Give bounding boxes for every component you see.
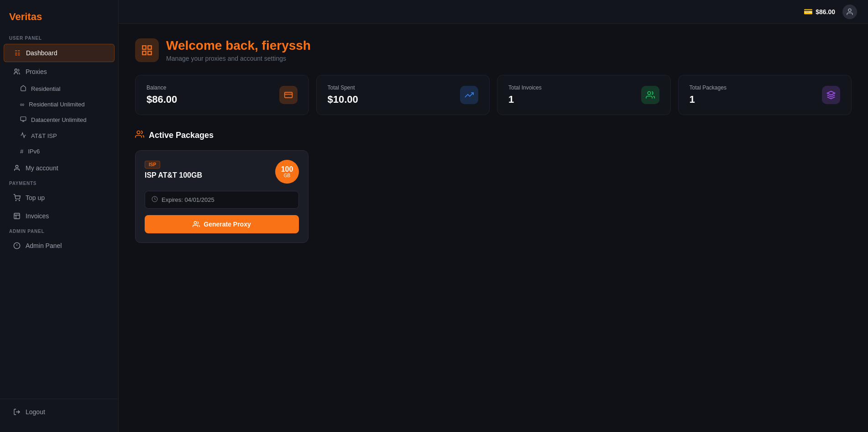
generate-proxy-button[interactable]: Generate Proxy xyxy=(145,215,299,233)
sidebar-item-residential-unlimited[interactable]: ∞ Residential Unlimited xyxy=(4,97,115,111)
svg-rect-1 xyxy=(21,117,26,121)
package-expiry: Expires: 04/01/2025 xyxy=(145,191,299,209)
svg-rect-8 xyxy=(142,46,146,49)
proxies-icon xyxy=(13,68,21,76)
stat-packages: Total Packages 1 xyxy=(678,75,852,115)
stat-invoices-icon xyxy=(641,86,659,104)
sidebar-item-proxies-label: Proxies xyxy=(26,68,47,75)
welcome-username: fieryssh xyxy=(262,38,311,53)
sidebar-item-admin-label: Admin Panel xyxy=(26,242,62,249)
stat-spent: Total Spent $10.00 xyxy=(316,75,490,115)
residential-unlimited-icon: ∞ xyxy=(20,101,24,108)
sidebar-item-datacenter-unlimited[interactable]: Datacenter Unlimited xyxy=(4,112,115,127)
package-name: ISP AT&T 100GB xyxy=(145,171,202,179)
sidebar-item-att-isp[interactable]: AT&T ISP xyxy=(4,128,115,143)
stats-row: Balance $86.00 Total Spent $10.00 xyxy=(135,75,852,115)
svg-point-4 xyxy=(19,200,20,200)
topup-icon xyxy=(13,194,21,202)
sidebar-item-ipv6-label: IPv6 xyxy=(28,148,40,155)
sidebar-item-invoices-label: Invoices xyxy=(26,212,49,220)
stat-packages-icon xyxy=(822,86,840,104)
stat-balance-icon xyxy=(279,86,298,104)
sidebar-item-residential-label: Residential xyxy=(31,85,60,92)
svg-rect-5 xyxy=(14,213,20,219)
package-info: ISP ISP AT&T 100GB xyxy=(145,160,202,179)
sidebar-item-dashboard-label: Dashboard xyxy=(26,49,58,57)
dashboard-icon: ☷ xyxy=(13,49,21,57)
stat-invoices-info: Total Invoices 1 xyxy=(508,84,542,105)
stat-invoices-label: Total Invoices xyxy=(508,84,542,91)
welcome-icon xyxy=(135,38,159,62)
sidebar-item-invoices[interactable]: Invoices xyxy=(4,207,115,225)
datacenter-icon xyxy=(20,116,26,124)
sidebar-item-top-up[interactable]: Top up xyxy=(4,189,115,206)
topbar-avatar[interactable] xyxy=(842,5,857,19)
sidebar-item-proxies[interactable]: Proxies xyxy=(4,63,115,80)
stat-balance-info: Balance $86.00 xyxy=(146,84,177,105)
stat-packages-info: Total Packages 1 xyxy=(690,84,727,105)
admin-panel-label: ADMIN PANEL xyxy=(0,225,118,237)
stat-balance: Balance $86.00 xyxy=(135,75,309,115)
user-panel-label: USER PANEL xyxy=(0,32,118,43)
app-logo: Veritas xyxy=(0,7,118,32)
topbar-wallet-icon: 💳 xyxy=(804,7,813,16)
logout-icon xyxy=(13,408,21,416)
svg-point-7 xyxy=(848,9,851,11)
stat-spent-info: Total Spent $10.00 xyxy=(328,84,358,105)
svg-point-3 xyxy=(16,200,16,200)
sidebar-item-account-label: My account xyxy=(26,164,58,172)
residential-icon xyxy=(20,85,26,93)
sidebar-bottom: Logout xyxy=(0,399,118,425)
stat-balance-value: $86.00 xyxy=(146,94,177,105)
main-content: Welcome back, fieryssh Manage your proxi… xyxy=(119,24,868,432)
svg-rect-9 xyxy=(148,46,152,49)
svg-point-15 xyxy=(137,131,140,134)
active-packages-header: Active Packages xyxy=(135,130,852,141)
welcome-title: Welcome back, fieryssh xyxy=(166,38,311,53)
account-icon xyxy=(13,164,21,172)
sidebar: Veritas USER PANEL ☷ Dashboard Proxies R… xyxy=(0,0,119,432)
stat-packages-value: 1 xyxy=(690,94,727,105)
sidebar-item-my-account[interactable]: My account xyxy=(4,159,115,177)
att-icon xyxy=(20,132,26,140)
sidebar-item-att-label: AT&T ISP xyxy=(31,132,57,139)
svg-rect-10 xyxy=(142,51,146,55)
stat-invoices-value: 1 xyxy=(508,94,542,105)
svg-rect-11 xyxy=(148,51,152,55)
sidebar-item-dashboard[interactable]: ☷ Dashboard xyxy=(4,44,115,62)
package-expiry-text: Expires: 04/01/2025 xyxy=(162,196,214,203)
stat-balance-label: Balance xyxy=(146,84,177,91)
payments-label: PAYMENTS xyxy=(0,177,118,189)
svg-rect-12 xyxy=(284,92,292,98)
package-badge: ISP xyxy=(145,161,160,169)
svg-point-17 xyxy=(194,221,197,224)
sidebar-item-admin[interactable]: Admin Panel xyxy=(4,237,115,254)
package-gb-label: GB xyxy=(284,173,290,178)
sidebar-item-datacenter-label: Datacenter Unlimited xyxy=(31,116,86,123)
welcome-subtitle: Manage your proxies and account settings xyxy=(166,55,311,62)
package-gb-badge: 100 GB xyxy=(275,160,299,184)
stat-spent-icon xyxy=(460,86,478,104)
stat-spent-value: $10.00 xyxy=(328,94,358,105)
topbar-balance: 💳 $86.00 xyxy=(804,7,835,16)
svg-point-2 xyxy=(16,165,18,168)
sidebar-item-res-unlimited-label: Residential Unlimited xyxy=(29,101,84,108)
sidebar-item-ipv6[interactable]: # IPv6 xyxy=(4,144,115,158)
active-packages-title: Active Packages xyxy=(149,131,214,140)
welcome-header: Welcome back, fieryssh Manage your proxi… xyxy=(135,38,852,62)
sidebar-item-residential[interactable]: Residential xyxy=(4,81,115,96)
package-card-top: ISP ISP AT&T 100GB 100 GB xyxy=(145,160,299,184)
main-area: 💳 $86.00 Welcome back, fieryssh Manage y… xyxy=(119,0,868,432)
sidebar-item-logout-label: Logout xyxy=(26,408,45,416)
topbar: 💳 $86.00 xyxy=(119,0,868,24)
packages-section-icon xyxy=(135,130,144,141)
sidebar-item-logout[interactable]: Logout xyxy=(4,403,115,421)
svg-point-0 xyxy=(15,69,17,71)
stat-spent-label: Total Spent xyxy=(328,84,358,91)
welcome-static: Welcome back, xyxy=(166,38,262,53)
topbar-balance-value: $86.00 xyxy=(816,8,835,16)
generate-proxy-label: Generate Proxy xyxy=(204,221,251,228)
sidebar-item-topup-label: Top up xyxy=(26,194,45,201)
invoices-icon xyxy=(13,212,21,220)
welcome-text: Welcome back, fieryssh Manage your proxi… xyxy=(166,38,311,62)
